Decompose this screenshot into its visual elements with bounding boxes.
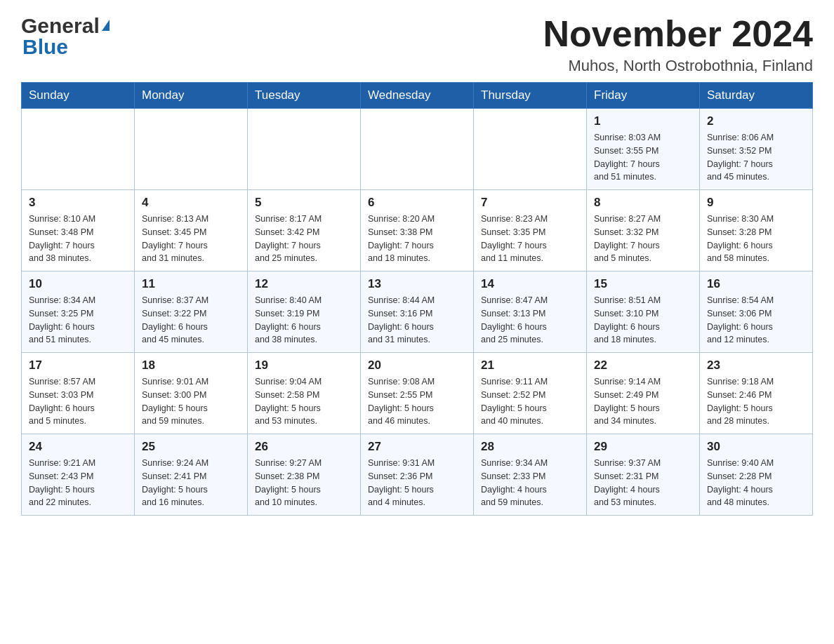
day-info: Sunrise: 8:40 AMSunset: 3:19 PMDaylight:… xyxy=(255,294,353,347)
calendar-cell xyxy=(135,109,248,190)
day-number: 7 xyxy=(481,196,579,210)
calendar-cell: 6Sunrise: 8:20 AMSunset: 3:38 PMDaylight… xyxy=(361,190,474,271)
calendar-cell: 26Sunrise: 9:27 AMSunset: 2:38 PMDayligh… xyxy=(248,434,361,516)
calendar-cell: 24Sunrise: 9:21 AMSunset: 2:43 PMDayligh… xyxy=(22,434,135,516)
day-number: 17 xyxy=(29,358,127,373)
calendar-week-row: 3Sunrise: 8:10 AMSunset: 3:48 PMDaylight… xyxy=(22,190,813,271)
logo: General Blue xyxy=(21,14,110,59)
day-info: Sunrise: 8:44 AMSunset: 3:16 PMDaylight:… xyxy=(368,294,466,347)
day-number: 27 xyxy=(368,440,466,454)
calendar-cell xyxy=(248,109,361,190)
calendar-cell: 7Sunrise: 8:23 AMSunset: 3:35 PMDaylight… xyxy=(474,190,587,271)
weekday-header-wednesday: Wednesday xyxy=(361,83,474,109)
day-info: Sunrise: 8:10 AMSunset: 3:48 PMDaylight:… xyxy=(29,213,127,265)
day-number: 8 xyxy=(594,196,692,210)
day-number: 11 xyxy=(142,277,240,291)
calendar-table: SundayMondayTuesdayWednesdayThursdayFrid… xyxy=(21,82,813,516)
day-info: Sunrise: 9:31 AMSunset: 2:36 PMDaylight:… xyxy=(368,457,466,509)
calendar-cell: 11Sunrise: 8:37 AMSunset: 3:22 PMDayligh… xyxy=(135,271,248,353)
day-number: 4 xyxy=(142,196,240,210)
title-section: November 2024 Muhos, North Ostrobothnia,… xyxy=(543,14,813,75)
logo-blue-text: Blue xyxy=(21,35,110,59)
day-info: Sunrise: 8:54 AMSunset: 3:06 PMDaylight:… xyxy=(707,294,805,347)
day-info: Sunrise: 8:34 AMSunset: 3:25 PMDaylight:… xyxy=(29,294,127,347)
day-number: 16 xyxy=(707,277,805,291)
day-number: 19 xyxy=(255,358,353,373)
weekday-header-saturday: Saturday xyxy=(700,83,813,109)
day-number: 28 xyxy=(481,440,579,454)
calendar-cell xyxy=(361,109,474,190)
day-info: Sunrise: 8:17 AMSunset: 3:42 PMDaylight:… xyxy=(255,213,353,265)
day-info: Sunrise: 8:03 AMSunset: 3:55 PMDaylight:… xyxy=(594,131,692,184)
day-info: Sunrise: 8:37 AMSunset: 3:22 PMDaylight:… xyxy=(142,294,240,347)
day-info: Sunrise: 9:04 AMSunset: 2:58 PMDaylight:… xyxy=(255,375,353,428)
weekday-header-monday: Monday xyxy=(135,83,248,109)
calendar-cell: 20Sunrise: 9:08 AMSunset: 2:55 PMDayligh… xyxy=(361,353,474,434)
calendar-cell: 16Sunrise: 8:54 AMSunset: 3:06 PMDayligh… xyxy=(700,271,813,353)
calendar-header-row: SundayMondayTuesdayWednesdayThursdayFrid… xyxy=(22,83,813,109)
calendar-week-row: 10Sunrise: 8:34 AMSunset: 3:25 PMDayligh… xyxy=(22,271,813,353)
calendar-cell xyxy=(22,109,135,190)
day-info: Sunrise: 9:18 AMSunset: 2:46 PMDaylight:… xyxy=(707,375,805,428)
calendar-cell: 5Sunrise: 8:17 AMSunset: 3:42 PMDaylight… xyxy=(248,190,361,271)
calendar-cell: 30Sunrise: 9:40 AMSunset: 2:28 PMDayligh… xyxy=(700,434,813,516)
day-info: Sunrise: 9:08 AMSunset: 2:55 PMDaylight:… xyxy=(368,375,466,428)
calendar-cell: 27Sunrise: 9:31 AMSunset: 2:36 PMDayligh… xyxy=(361,434,474,516)
calendar-cell: 15Sunrise: 8:51 AMSunset: 3:10 PMDayligh… xyxy=(587,271,700,353)
calendar-cell: 22Sunrise: 9:14 AMSunset: 2:49 PMDayligh… xyxy=(587,353,700,434)
calendar-cell: 4Sunrise: 8:13 AMSunset: 3:45 PMDaylight… xyxy=(135,190,248,271)
calendar-cell xyxy=(474,109,587,190)
day-number: 6 xyxy=(368,196,466,210)
calendar-cell: 12Sunrise: 8:40 AMSunset: 3:19 PMDayligh… xyxy=(248,271,361,353)
day-info: Sunrise: 9:27 AMSunset: 2:38 PMDaylight:… xyxy=(255,457,353,509)
day-number: 15 xyxy=(594,277,692,291)
day-number: 14 xyxy=(481,277,579,291)
day-info: Sunrise: 8:51 AMSunset: 3:10 PMDaylight:… xyxy=(594,294,692,347)
day-number: 29 xyxy=(594,440,692,454)
location-text: Muhos, North Ostrobothnia, Finland xyxy=(543,57,813,75)
day-number: 10 xyxy=(29,277,127,291)
day-number: 9 xyxy=(707,196,805,210)
day-info: Sunrise: 8:30 AMSunset: 3:28 PMDaylight:… xyxy=(707,213,805,265)
calendar-cell: 25Sunrise: 9:24 AMSunset: 2:41 PMDayligh… xyxy=(135,434,248,516)
calendar-cell: 23Sunrise: 9:18 AMSunset: 2:46 PMDayligh… xyxy=(700,353,813,434)
day-info: Sunrise: 8:06 AMSunset: 3:52 PMDaylight:… xyxy=(707,131,805,184)
day-info: Sunrise: 9:37 AMSunset: 2:31 PMDaylight:… xyxy=(594,457,692,509)
calendar-cell: 17Sunrise: 8:57 AMSunset: 3:03 PMDayligh… xyxy=(22,353,135,434)
day-number: 21 xyxy=(481,358,579,373)
day-number: 3 xyxy=(29,196,127,210)
day-info: Sunrise: 8:23 AMSunset: 3:35 PMDaylight:… xyxy=(481,213,579,265)
weekday-header-tuesday: Tuesday xyxy=(248,83,361,109)
day-info: Sunrise: 8:13 AMSunset: 3:45 PMDaylight:… xyxy=(142,213,240,265)
day-info: Sunrise: 9:40 AMSunset: 2:28 PMDaylight:… xyxy=(707,457,805,509)
calendar-week-row: 17Sunrise: 8:57 AMSunset: 3:03 PMDayligh… xyxy=(22,353,813,434)
day-number: 12 xyxy=(255,277,353,291)
day-number: 18 xyxy=(142,358,240,373)
day-info: Sunrise: 9:14 AMSunset: 2:49 PMDaylight:… xyxy=(594,375,692,428)
day-number: 2 xyxy=(707,114,805,128)
day-info: Sunrise: 9:01 AMSunset: 3:00 PMDaylight:… xyxy=(142,375,240,428)
calendar-week-row: 24Sunrise: 9:21 AMSunset: 2:43 PMDayligh… xyxy=(22,434,813,516)
day-number: 20 xyxy=(368,358,466,373)
day-number: 30 xyxy=(707,440,805,454)
calendar-cell: 10Sunrise: 8:34 AMSunset: 3:25 PMDayligh… xyxy=(22,271,135,353)
calendar-cell: 19Sunrise: 9:04 AMSunset: 2:58 PMDayligh… xyxy=(248,353,361,434)
calendar-cell: 14Sunrise: 8:47 AMSunset: 3:13 PMDayligh… xyxy=(474,271,587,353)
month-title: November 2024 xyxy=(543,14,813,54)
day-info: Sunrise: 8:47 AMSunset: 3:13 PMDaylight:… xyxy=(481,294,579,347)
day-info: Sunrise: 8:57 AMSunset: 3:03 PMDaylight:… xyxy=(29,375,127,428)
day-number: 22 xyxy=(594,358,692,373)
day-number: 23 xyxy=(707,358,805,373)
logo-triangle-icon xyxy=(102,20,110,31)
day-info: Sunrise: 9:21 AMSunset: 2:43 PMDaylight:… xyxy=(29,457,127,509)
logo-general-text: General xyxy=(21,14,100,38)
day-number: 5 xyxy=(255,196,353,210)
day-number: 26 xyxy=(255,440,353,454)
day-number: 13 xyxy=(368,277,466,291)
calendar-cell: 29Sunrise: 9:37 AMSunset: 2:31 PMDayligh… xyxy=(587,434,700,516)
day-number: 1 xyxy=(594,114,692,128)
day-info: Sunrise: 9:34 AMSunset: 2:33 PMDaylight:… xyxy=(481,457,579,509)
day-number: 24 xyxy=(29,440,127,454)
page-header: General Blue November 2024 Muhos, North … xyxy=(21,14,813,75)
day-info: Sunrise: 9:24 AMSunset: 2:41 PMDaylight:… xyxy=(142,457,240,509)
